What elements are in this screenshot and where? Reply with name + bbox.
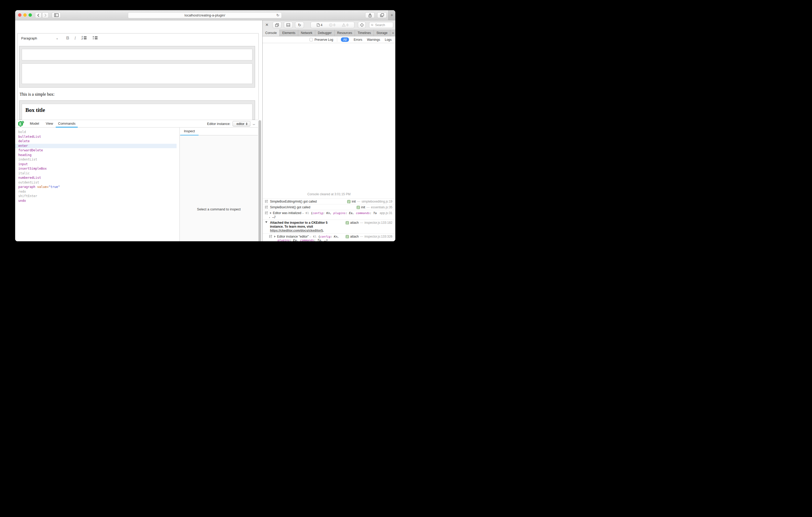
simple-box-widget-titled[interactable] <box>19 100 255 120</box>
command-item[interactable]: delete <box>15 139 179 144</box>
zoom-traffic-light[interactable] <box>29 13 32 17</box>
console-log-row[interactable]: Editor was initialized – Kl {config: Kn,… <box>263 210 395 219</box>
command-item[interactable]: undo <box>15 199 179 203</box>
new-tab-button[interactable]: + <box>388 10 395 20</box>
url-bar[interactable]: localhost/creating-a-plugin/ ↻ <box>128 12 282 18</box>
simple-box-title-field[interactable] <box>22 49 253 60</box>
preserve-log-checkbox[interactable] <box>310 38 313 41</box>
tab-storage[interactable]: Storage <box>374 30 390 36</box>
dock-bottom-button[interactable] <box>284 22 293 28</box>
select-arrows-icon <box>246 123 248 125</box>
source-location[interactable]: inspector.js:133:182 <box>365 221 393 224</box>
filter-logs[interactable]: Logs <box>385 38 392 41</box>
collapse-icon[interactable] <box>265 221 267 223</box>
search-input[interactable] <box>375 23 392 27</box>
command-item[interactable]: indentList <box>15 157 179 162</box>
filter-errors[interactable]: Errors <box>354 38 362 41</box>
command-item[interactable]: insertSimpleBox <box>15 166 179 171</box>
command-item[interactable]: numberedList <box>15 176 179 180</box>
element-picker-button[interactable] <box>358 22 366 28</box>
editor-instance-label: Editor instance: <box>207 122 230 126</box>
url-text: localhost/creating-a-plugin/ <box>184 13 225 17</box>
share-icon <box>368 13 372 17</box>
command-item[interactable]: shiftEnter <box>15 194 179 199</box>
source-location[interactable]: simpleboxediting.js:19 <box>361 200 393 203</box>
command-item[interactable]: redo <box>15 189 179 194</box>
ckeditor-logo-icon: 5 <box>18 121 25 127</box>
reload-button[interactable]: ↻ <box>295 22 304 28</box>
close-icon[interactable]: ✕ <box>265 23 269 27</box>
command-item[interactable]: forwardDelete <box>15 148 179 153</box>
box-title-text[interactable]: Box title <box>25 107 45 114</box>
tab-elements[interactable]: Elements <box>280 30 298 36</box>
back-button[interactable] <box>35 12 41 18</box>
simple-box-title-field[interactable] <box>22 104 253 120</box>
command-item[interactable]: paragraph value="true" <box>15 185 179 189</box>
numbered-list-button[interactable]: 12 <box>82 36 87 40</box>
expand-icon[interactable] <box>274 236 276 238</box>
tab-inspect[interactable]: Inspect <box>184 127 195 135</box>
tab-resources[interactable]: Resources <box>335 30 355 36</box>
source-location[interactable]: inspector.js:133:326 <box>365 235 393 238</box>
dock-side-button[interactable] <box>272 22 282 28</box>
error-icon <box>329 23 332 27</box>
filter-warnings[interactable]: Warnings <box>367 38 380 41</box>
more-tabs-icon[interactable]: » <box>390 30 395 36</box>
source-location[interactable]: app.js:31 <box>380 211 393 215</box>
command-item[interactable]: input <box>15 162 179 167</box>
console-output: Console cleared at 3:01:15 PM SimpleBoxE… <box>263 43 395 241</box>
scrollbar-thumb[interactable] <box>258 120 261 241</box>
reload-icon: ↻ <box>298 23 301 27</box>
log-icon <box>265 200 268 203</box>
filter-all[interactable]: All <box>341 37 349 42</box>
page-scrollbar[interactable] <box>258 120 262 241</box>
editor-instance-select[interactable]: editor <box>233 121 250 126</box>
command-item[interactable]: bold <box>15 130 179 134</box>
titlebar: localhost/creating-a-plugin/ ↻ + <box>15 10 395 20</box>
console-log-row-nested[interactable]: Editor instance "editor" – Kl {config: K… <box>263 234 395 241</box>
forward-button[interactable] <box>42 12 49 18</box>
share-button[interactable] <box>365 12 375 18</box>
minimize-traffic-light[interactable] <box>23 13 27 17</box>
intro-paragraph[interactable]: This is a simple box: <box>20 92 54 97</box>
bulleted-list-button[interactable] <box>93 36 98 40</box>
show-tabs-button[interactable] <box>377 12 387 18</box>
page-resource-counter[interactable]: 4 <box>317 23 323 27</box>
docs-link[interactable]: https://ckeditor.com/docs/ckeditor5 <box>270 229 323 232</box>
issue-counters: 4 0 0 <box>311 22 354 28</box>
sidebar-toggle-button[interactable] <box>52 12 61 18</box>
devtools-tab-bar: Console Elements Network Debugger Resour… <box>263 30 395 36</box>
tab-console[interactable]: Console <box>263 30 280 36</box>
tab-debugger[interactable]: Debugger <box>315 30 335 36</box>
warning-counter[interactable]: 0 <box>342 23 348 27</box>
tab-network[interactable]: Network <box>298 30 315 36</box>
web-inspector: ✕ ↻ 4 0 <box>262 20 395 241</box>
console-log-row[interactable]: SimpleBoxUI#init() got called finit—esse… <box>263 204 395 210</box>
tab-timelines[interactable]: Timelines <box>355 30 374 36</box>
error-counter[interactable]: 0 <box>329 23 336 27</box>
chevron-down-icon[interactable]: ⌄ <box>56 37 58 40</box>
command-item-selected[interactable]: enter <box>15 144 177 149</box>
italic-button[interactable]: I <box>75 36 76 40</box>
command-item[interactable]: italic <box>15 171 179 176</box>
tab-commands[interactable]: Commands <box>58 120 75 127</box>
collapse-inspector-icon[interactable]: ⌄ <box>252 122 256 126</box>
divider <box>337 38 337 42</box>
close-traffic-light[interactable] <box>18 13 22 17</box>
source-location[interactable]: essentials.js:35 <box>371 206 393 209</box>
reload-icon[interactable]: ↻ <box>276 13 280 17</box>
devtools-search-field[interactable] <box>369 22 393 28</box>
expand-icon[interactable] <box>270 212 271 214</box>
command-item[interactable]: heading <box>15 153 179 158</box>
paragraph-dropdown[interactable]: Paragraph <box>21 36 37 40</box>
simple-box-description-field[interactable] <box>22 63 253 84</box>
console-log-row[interactable]: SimpleBoxEditing#init() got called finit… <box>263 199 395 204</box>
tab-view[interactable]: View <box>46 120 53 127</box>
empty-state-message: Select a command to inspect <box>197 207 241 211</box>
bold-button[interactable]: B <box>66 36 69 40</box>
console-log-row-expanded[interactable]: Attached the inspector to a CKEditor 5 i… <box>263 219 395 234</box>
simple-box-widget-empty[interactable] <box>19 46 255 88</box>
command-item[interactable]: bulletedList <box>15 134 179 139</box>
command-item[interactable]: outdentList <box>15 180 179 185</box>
tab-model[interactable]: Model <box>30 120 39 127</box>
